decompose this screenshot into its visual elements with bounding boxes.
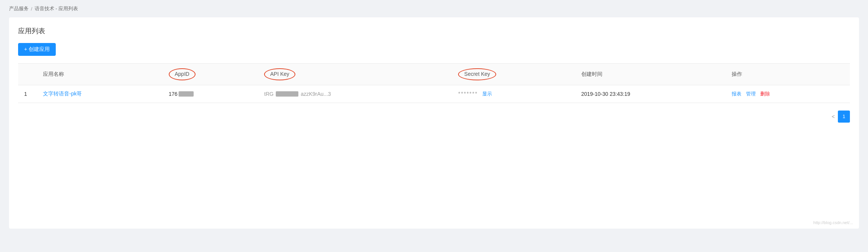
row-app-name: 文字转语音-pk哥 [37, 85, 163, 103]
action-manage-link[interactable]: 管理 [746, 91, 756, 97]
page-title: 应用列表 [18, 26, 850, 35]
secretkey-circle-label: Secret Key [458, 68, 496, 80]
row-created-time: 2019-10-30 23:43:19 [575, 85, 726, 103]
table-header-row: 应用名称 AppID API Key Secret Key 创建时间 [18, 64, 850, 85]
show-secret-key-button[interactable]: 显示 [482, 91, 492, 97]
col-header-index [18, 64, 37, 85]
breadcrumb-sep: / [31, 6, 32, 12]
row-actions: 报表 管理 删除 [726, 85, 850, 103]
secret-key-masked: ******* [458, 91, 478, 97]
col-header-apikey: API Key [258, 64, 452, 85]
col-header-secretkey: Secret Key [452, 64, 575, 85]
appid-blur [179, 91, 194, 97]
apikey-circle-label: API Key [264, 68, 295, 80]
create-app-button[interactable]: + 创建应用 [18, 43, 56, 56]
app-name-link[interactable]: 文字转语音-pk哥 [43, 91, 82, 97]
action-links: 报表 管理 删除 [732, 91, 844, 97]
col-header-actions: 操作 [726, 64, 850, 85]
row-secretkey: ******* 显示 [452, 85, 575, 103]
col-header-created-time: 创建时间 [575, 64, 726, 85]
apikey-blur [276, 91, 298, 97]
pagination-page-1[interactable]: 1 [838, 111, 850, 123]
pagination-prev: < [832, 114, 835, 120]
apikey-cell: tRG azzK9rAu...3 [264, 91, 446, 97]
pagination: < 1 [18, 103, 850, 123]
action-report-link[interactable]: 报表 [732, 91, 741, 97]
action-delete-link[interactable]: 删除 [760, 91, 770, 97]
breadcrumb: 产品服务 / 语音技术 - 应用列表 [0, 0, 868, 17]
appid-circle-label: AppID [169, 68, 196, 80]
app-table-wrapper: 应用名称 AppID API Key Secret Key 创建时间 [18, 63, 850, 103]
main-content: 应用列表 + 创建应用 应用名称 AppID API Key Secre [9, 17, 859, 229]
app-table: 应用名称 AppID API Key Secret Key 创建时间 [18, 64, 850, 103]
row-index: 1 [18, 85, 37, 103]
watermark: http://blog.csdn.net/... [813, 220, 853, 225]
appid-value: 176 [169, 91, 195, 97]
table-row: 1 文字转语音-pk哥 176 tRG azzK9rAu...3 [18, 85, 850, 103]
col-header-appid: AppID [163, 64, 258, 85]
row-apikey: tRG azzK9rAu...3 [258, 85, 452, 103]
col-header-app-name: 应用名称 [37, 64, 163, 85]
breadcrumb-current: 语音技术 - 应用列表 [35, 5, 78, 12]
row-appid: 176 [163, 85, 258, 103]
breadcrumb-product: 产品服务 [9, 5, 29, 12]
